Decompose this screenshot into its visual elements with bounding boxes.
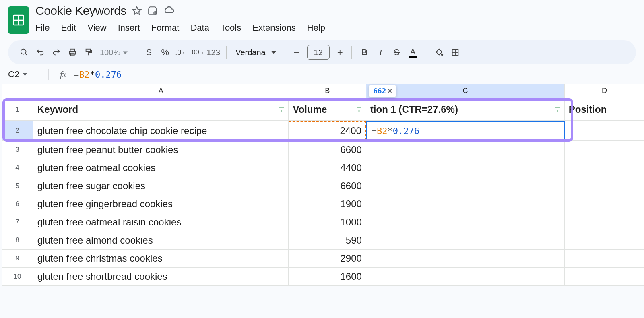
cell-d1[interactable]: Position (565, 98, 644, 121)
cell-b2[interactable]: 2400 (289, 121, 366, 141)
column-header-a[interactable]: A (33, 84, 289, 98)
increase-font-size[interactable]: + (334, 47, 346, 58)
cell-c7[interactable] (366, 213, 565, 231)
decrease-font-size[interactable]: − (291, 47, 302, 58)
cell-d5[interactable] (565, 177, 644, 195)
cell-b6[interactable]: 1900 (289, 195, 366, 213)
undo-icon[interactable] (33, 45, 47, 60)
menu-insert[interactable]: Insert (118, 21, 140, 35)
menu-edit[interactable]: Edit (61, 21, 76, 35)
row-header-3[interactable]: 3 (2, 141, 33, 159)
cell-a2[interactable]: gluten free chocolate chip cookie recipe (33, 121, 289, 141)
star-icon[interactable] (132, 6, 142, 16)
cell-b4[interactable]: 4400 (289, 159, 366, 177)
filter-icon[interactable] (355, 104, 363, 115)
zoom-dropdown[interactable]: 100% (97, 48, 130, 57)
cell-a1[interactable]: Keyword (33, 98, 289, 121)
document-title[interactable]: Cookie Keywords (35, 4, 126, 18)
cell-c6[interactable] (366, 195, 565, 213)
percent-icon[interactable]: % (158, 45, 172, 60)
select-all-corner[interactable] (2, 84, 33, 98)
cell-d8[interactable] (565, 231, 644, 250)
menu-extensions[interactable]: Extensions (252, 21, 296, 35)
row-header-6[interactable]: 6 (2, 195, 33, 213)
more-formats-icon[interactable]: 123 (206, 45, 221, 60)
cell-d9[interactable] (565, 250, 644, 268)
cell-b9[interactable]: 2900 (289, 250, 366, 268)
filter-icon[interactable] (554, 104, 561, 115)
redo-icon[interactable] (49, 45, 64, 60)
italic-icon[interactable]: I (374, 45, 388, 60)
cell-d7[interactable] (565, 213, 644, 231)
menu-tools[interactable]: Tools (221, 21, 241, 35)
cell-a10[interactable]: gluten free shortbread cookies (33, 268, 289, 286)
cell-b5[interactable]: 6600 (289, 177, 366, 195)
paint-format-icon[interactable] (81, 45, 96, 60)
cell-c5[interactable] (366, 177, 565, 195)
fill-color-icon[interactable] (432, 45, 446, 60)
cell-a6[interactable]: gluten free gingerbread cookies (33, 195, 289, 213)
sheets-logo[interactable] (8, 6, 29, 34)
cell-a7[interactable]: gluten free oatmeal raisin cookies (33, 213, 289, 231)
cell-d2[interactable] (565, 121, 644, 141)
move-icon[interactable] (147, 6, 158, 16)
cell-a3[interactable]: gluten free peanut butter cookies (33, 141, 289, 159)
text-color-icon[interactable]: A (406, 45, 420, 60)
cell-a9[interactable]: gluten free christmas cookies (33, 250, 289, 268)
formula-bar: C2 fx =B2*0.276 (0, 64, 644, 84)
cell-a5[interactable]: gluten free sugar cookies (33, 177, 289, 195)
app-header: Cookie Keywords File Edit View Insert Fo… (0, 0, 644, 35)
formula-input[interactable]: =B2*0.276 (74, 70, 122, 80)
cell-c2-editing[interactable]: =B2*0.276 (366, 121, 565, 141)
cell-b8[interactable]: 590 (289, 231, 366, 250)
cell-b7[interactable]: 1000 (289, 213, 366, 231)
svg-point-13 (441, 54, 443, 56)
cell-a8[interactable]: gluten free almond cookies (33, 231, 289, 250)
row-header-9[interactable]: 9 (2, 250, 33, 268)
cell-d6[interactable] (565, 195, 644, 213)
column-header-d[interactable]: D (565, 84, 644, 98)
cell-c10[interactable] (366, 268, 565, 286)
menu-data[interactable]: Data (190, 21, 209, 35)
cell-c3[interactable] (366, 141, 565, 159)
cell-c9[interactable] (366, 250, 565, 268)
row-header-10[interactable]: 10 (2, 268, 33, 286)
cell-b10[interactable]: 1600 (289, 268, 366, 286)
cell-d3[interactable] (565, 141, 644, 159)
cell-a4[interactable]: gluten free oatmeal cookies (33, 159, 289, 177)
menu-file[interactable]: File (35, 21, 50, 35)
row-header-8[interactable]: 8 (2, 231, 33, 250)
decrease-decimal-icon[interactable]: .0← (174, 45, 188, 60)
font-family-dropdown[interactable]: Verdana (232, 48, 279, 57)
strikethrough-icon[interactable]: S (390, 45, 404, 60)
print-icon[interactable] (65, 45, 80, 60)
cell-c1[interactable]: 662× tion 1 (CTR=27.6%) (366, 98, 565, 121)
row-header-4[interactable]: 4 (2, 159, 33, 177)
bold-icon[interactable]: B (357, 45, 372, 60)
name-box[interactable]: C2 (8, 69, 48, 80)
search-icon[interactable] (17, 45, 31, 60)
cell-c8[interactable] (366, 231, 565, 250)
cell-b1[interactable]: Volume (289, 98, 366, 121)
increase-decimal-icon[interactable]: .00→ (190, 45, 204, 60)
cloud-status-icon[interactable] (163, 5, 175, 17)
row-header-5[interactable]: 5 (2, 177, 33, 195)
row-header-7[interactable]: 7 (2, 213, 33, 231)
menu-view[interactable]: View (87, 21, 106, 35)
row-header-2[interactable]: 2 (2, 121, 33, 141)
row-header-1[interactable]: 1 (2, 98, 33, 121)
borders-icon[interactable] (448, 45, 462, 60)
menu-help[interactable]: Help (307, 21, 325, 35)
cell-d4[interactable] (565, 159, 644, 177)
spreadsheet-grid[interactable]: A B C D 1 Keyword Volume 662× tion 1 (CT… (2, 84, 644, 286)
font-size-input[interactable]: 12 (307, 45, 330, 60)
cell-d10[interactable] (565, 268, 644, 286)
column-header-b[interactable]: B (289, 84, 366, 98)
cell-b3[interactable]: 6600 (289, 141, 366, 159)
svg-line-8 (25, 54, 27, 56)
cell-c4[interactable] (366, 159, 565, 177)
currency-icon[interactable]: $ (142, 45, 156, 60)
svg-point-7 (21, 49, 26, 54)
filter-icon[interactable] (278, 104, 285, 115)
menu-format[interactable]: Format (151, 21, 180, 35)
